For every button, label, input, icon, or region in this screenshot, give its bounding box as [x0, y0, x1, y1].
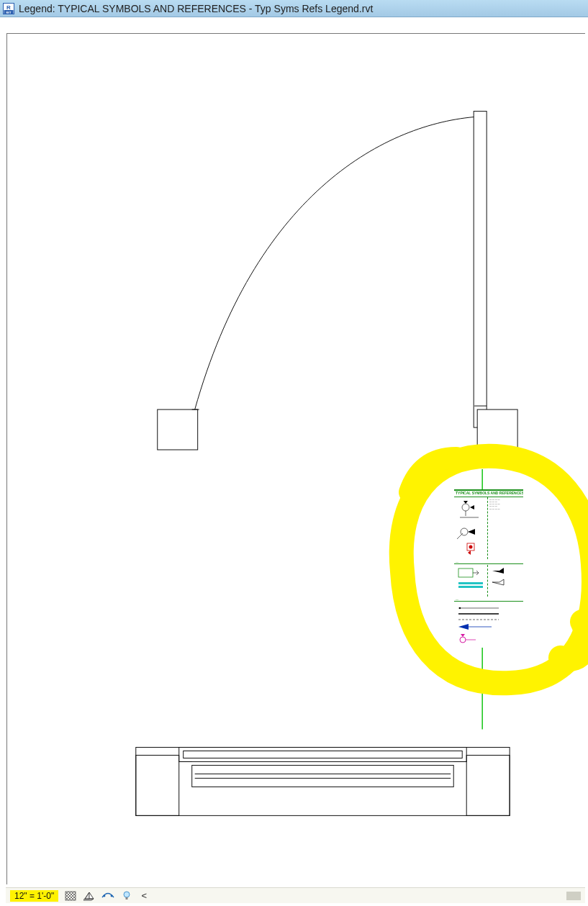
lightbulb-icon[interactable]: [120, 890, 133, 902]
svg-point-35: [104, 894, 106, 897]
legend-mini-cyan-bar-icon: [458, 582, 483, 584]
legend-thumbnail-title: TYPICAL SYMBOLS AND REFERENCES: [454, 491, 523, 497]
svg-rect-38: [126, 897, 128, 900]
legend-mini-cyan-bar-icon: [458, 586, 483, 588]
revit-app-icon: R RVT: [3, 3, 14, 14]
svg-point-17: [462, 504, 469, 511]
svg-point-23: [469, 545, 473, 548]
legend-mini-room-box-icon: [456, 566, 486, 581]
svg-point-36: [111, 894, 113, 897]
legend-thumbnail[interactable]: TYPICAL SYMBOLS AND REFERENCES: [454, 489, 523, 648]
revit-app-icon-r: R: [6, 4, 11, 10]
titlebar: R RVT Legend: TYPICAL SYMBOLS AND REFERE…: [0, 0, 588, 17]
svg-rect-24: [458, 568, 473, 577]
svg-rect-2: [474, 112, 487, 427]
svg-point-30: [460, 637, 466, 643]
scrollbar-thumb[interactable]: [566, 892, 581, 900]
legend-mini-elev-marker-icon: [456, 499, 486, 523]
revit-app-icon-sub: RVT: [6, 11, 12, 14]
legend-mini-section-marker-icon: [456, 523, 486, 540]
view-control-bar: 12" = 1'-0" <: [6, 887, 585, 903]
drawing-viewport[interactable]: TYPICAL SYMBOLS AND REFERENCES: [6, 17, 585, 884]
svg-point-37: [124, 892, 130, 897]
drawing-canvas: [6, 17, 585, 884]
window-title: Legend: TYPICAL SYMBOLS AND REFERENCES -…: [19, 3, 373, 14]
window-assembly: [136, 747, 510, 815]
legend-mini-line-styles-icon: [456, 604, 513, 633]
svg-point-26: [459, 607, 461, 609]
scale-display[interactable]: 12" = 1'-0": [10, 890, 58, 902]
legend-mini-camera-icons: [489, 566, 511, 595]
sun-path-icon[interactable]: [101, 890, 114, 902]
svg-rect-4: [477, 409, 517, 450]
detail-level-icon[interactable]: [64, 890, 77, 902]
svg-line-21: [457, 533, 463, 539]
svg-rect-3: [158, 409, 198, 450]
visual-style-icon[interactable]: [83, 890, 96, 902]
expand-chevron-icon[interactable]: <: [139, 890, 149, 901]
svg-rect-34: [65, 892, 76, 900]
legend-mini-pink-marker-icon: [456, 633, 484, 647]
legend-mini-red-tag-icon: [456, 540, 486, 558]
door-symbol: [158, 112, 517, 450]
